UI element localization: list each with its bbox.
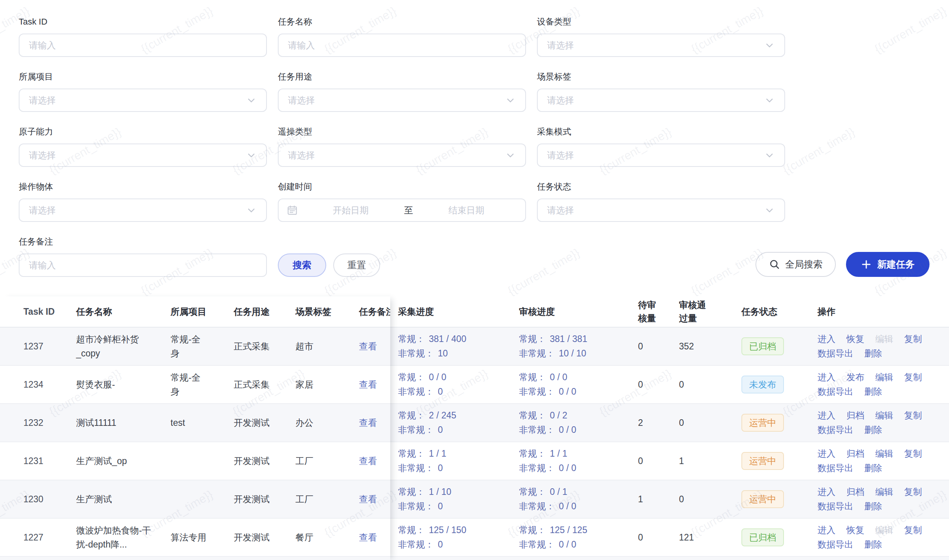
action-link[interactable]: 进入 (817, 523, 835, 537)
action-link[interactable]: 复制 (904, 485, 922, 499)
cell-project: test (171, 416, 234, 430)
view-remark-link[interactable]: 查看 (359, 494, 377, 504)
action-link[interactable]: 归档 (846, 485, 864, 499)
task-table: Task ID 任务名称 所属项目 任务用途 场景标签 任务备注 1237超市冷… (0, 296, 949, 560)
progress-irregular-value: 0 / 0 (559, 501, 576, 511)
progress-irregular-value: 10 (438, 348, 448, 358)
action-link[interactable]: 复制 (904, 332, 922, 346)
select-input[interactable]: 请选择 (537, 198, 785, 222)
progress-irregular-value: 0 (438, 539, 443, 549)
select-input[interactable]: 请选择 (278, 89, 526, 112)
action-link[interactable]: 编辑 (875, 408, 893, 423)
action-link[interactable]: 归档 (846, 447, 864, 461)
action-link[interactable]: 发布 (846, 370, 864, 385)
action-link[interactable]: 数据导出 (817, 346, 853, 361)
column-header-task-id: Task ID (0, 307, 76, 317)
filter-label: 采集模式 (537, 126, 785, 137)
action-link[interactable]: 数据导出 (817, 423, 853, 437)
filter-field: 采集模式请选择 (537, 126, 785, 167)
action-link[interactable]: 进入 (817, 332, 835, 346)
action-link[interactable]: 恢复 (846, 332, 864, 346)
action-link[interactable]: 复制 (904, 523, 922, 537)
progress-irregular-line: 非常规：0 (398, 423, 519, 437)
action-link[interactable]: 进入 (817, 408, 835, 423)
status-badge: 已归档 (741, 528, 784, 546)
cell-task-name: 微波炉加热食物-干扰-depth降... (76, 523, 171, 551)
progress-regular-line: 常规：1 / 1 (398, 447, 519, 461)
create-task-button[interactable]: 新建任务 (846, 252, 929, 277)
filter-field: 任务名称请输入 (278, 16, 526, 57)
progress-regular-value: 381 / 381 (550, 334, 587, 344)
date-range-input[interactable]: 开始日期至结束日期 (278, 198, 526, 222)
action-link[interactable]: 复制 (904, 408, 922, 423)
view-remark-link[interactable]: 查看 (359, 532, 377, 542)
table-row: 常规：1 / 10非常规：0常规：0 / 1非常规：0 / 010运营中进入归档… (390, 480, 949, 519)
progress-regular-line: 常规：0 / 0 (519, 370, 638, 385)
filter-field: Task ID请输入 (19, 16, 267, 57)
input-placeholder: 请输入 (29, 39, 56, 51)
action-link[interactable]: 删除 (864, 346, 882, 361)
progress-regular-line: 常规：0 / 2 (519, 408, 638, 423)
progress-irregular-value: 0 / 0 (559, 463, 576, 473)
select-input[interactable]: 请选择 (19, 144, 267, 167)
progress-regular-prefix: 常规： (519, 487, 546, 497)
cell-remark: 查看 (359, 417, 390, 429)
search-button[interactable]: 搜索 (278, 253, 326, 277)
text-input[interactable]: 请输入 (19, 34, 267, 57)
cell-project: 算法专用 (171, 530, 234, 544)
select-input[interactable]: 请选择 (19, 198, 267, 222)
action-link[interactable]: 进入 (817, 447, 835, 461)
select-input[interactable]: 请选择 (537, 89, 785, 112)
action-link[interactable]: 删除 (864, 423, 882, 437)
action-link[interactable]: 进入 (817, 370, 835, 385)
progress-irregular-line: 非常规：0 (398, 385, 519, 399)
progress-irregular-prefix: 非常规： (398, 386, 434, 397)
select-input[interactable]: 请选择 (537, 144, 785, 167)
action-link[interactable]: 删除 (864, 385, 882, 399)
progress-irregular-line: 非常规：0 / 0 (519, 423, 638, 437)
action-link[interactable]: 数据导出 (817, 537, 853, 552)
progress-irregular-prefix: 非常规： (398, 539, 434, 549)
action-link[interactable]: 数据导出 (817, 385, 853, 399)
view-remark-link[interactable]: 查看 (359, 341, 377, 351)
cell-status: 已归档 (741, 528, 817, 546)
filter-label: 操作物体 (19, 181, 267, 192)
progress-regular-line: 常规：0 / 1 (519, 485, 638, 499)
remark-input[interactable]: 请输入 (19, 253, 267, 277)
action-link[interactable]: 删除 (864, 461, 882, 475)
cell-purpose: 开发测试 (234, 493, 295, 505)
cell-purpose: 正式采集 (234, 340, 295, 353)
select-input[interactable]: 请选择 (537, 34, 785, 57)
create-task-label: 新建任务 (877, 258, 915, 271)
action-link[interactable]: 归档 (846, 408, 864, 423)
action-link[interactable]: 数据导出 (817, 499, 853, 514)
select-input[interactable]: 请选择 (278, 144, 526, 167)
action-link[interactable]: 编辑 (875, 447, 893, 461)
view-remark-link[interactable]: 查看 (359, 418, 377, 428)
cell-operations: 进入归档编辑复制数据导出删除 (817, 447, 949, 475)
filter-field: 设备类型请选择 (537, 16, 785, 57)
cell-passed-count: 352 (679, 341, 741, 352)
action-link[interactable]: 恢复 (846, 523, 864, 537)
reset-button[interactable]: 重置 (333, 253, 380, 277)
action-link[interactable]: 删除 (864, 499, 882, 514)
progress-irregular-line: 非常规：0 (398, 537, 519, 552)
select-input[interactable]: 请选择 (19, 89, 267, 112)
table-row: 常规：125 / 150非常规：0常规：125 / 125非常规：0 / 001… (390, 519, 949, 557)
cell-status: 已归档 (741, 337, 817, 355)
next-row-sliver (0, 557, 390, 560)
view-remark-link[interactable]: 查看 (359, 379, 377, 390)
action-link[interactable]: 编辑 (875, 485, 893, 499)
action-link[interactable]: 删除 (864, 537, 882, 552)
cell-operations: 进入恢复编辑复制数据导出删除 (817, 523, 949, 552)
text-input[interactable]: 请输入 (278, 34, 526, 57)
action-link[interactable]: 编辑 (875, 370, 893, 385)
action-link[interactable]: 复制 (904, 447, 922, 461)
action-link[interactable]: 数据导出 (817, 461, 853, 475)
action-link[interactable]: 复制 (904, 370, 922, 385)
global-search-button[interactable]: 全局搜索 (755, 252, 836, 277)
cell-task-id: 1227 (0, 532, 76, 543)
action-link[interactable]: 进入 (817, 485, 835, 499)
view-remark-link[interactable]: 查看 (359, 456, 377, 466)
progress-regular-prefix: 常规： (519, 525, 546, 535)
